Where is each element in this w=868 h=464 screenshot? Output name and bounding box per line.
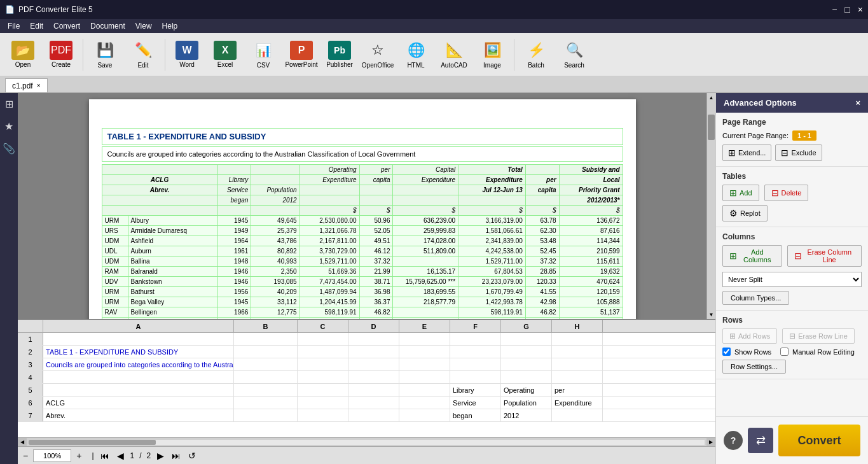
menu-file[interactable]: File: [3, 20, 25, 32]
maximize-button[interactable]: □: [844, 4, 850, 15]
convert-icon-btn[interactable]: ⇄: [748, 428, 773, 453]
menu-help[interactable]: Help: [157, 20, 183, 32]
ss-cell-E2[interactable]: [399, 346, 450, 358]
ss-cell-B1[interactable]: [234, 333, 298, 345]
ss-cell-B3[interactable]: [234, 358, 298, 370]
ss-cell-F2[interactable]: [450, 346, 501, 358]
add-columns-button[interactable]: ⊞ Add Columns: [722, 245, 782, 267]
nav-prev-button[interactable]: ◀: [116, 451, 125, 461]
document-tab[interactable]: c1.pdf ×: [5, 78, 48, 92]
scroll-right-arrow[interactable]: ▶: [706, 438, 715, 447]
manual-row-editing-label[interactable]: Manual Row Editing: [792, 348, 855, 356]
ss-cell-B5[interactable]: [234, 384, 298, 396]
ss-cell-E1[interactable]: [399, 333, 450, 345]
ss-cell-C3[interactable]: [298, 358, 348, 370]
scroll-down-arrow[interactable]: ▼: [707, 310, 715, 319]
ss-cell-A4[interactable]: [43, 371, 234, 383]
ss-cell-G7[interactable]: 2012: [501, 409, 552, 421]
ss-col-C[interactable]: C: [298, 320, 348, 332]
ss-cell-G2[interactable]: [501, 346, 552, 358]
zoom-decrease-button[interactable]: −: [23, 451, 28, 461]
ss-cell-A5[interactable]: [43, 384, 234, 396]
ss-cell-C6[interactable]: [298, 397, 348, 409]
menu-edit[interactable]: Edit: [25, 20, 48, 32]
menu-convert[interactable]: Convert: [48, 20, 85, 32]
vertical-scrollbar[interactable]: ▲ ▼: [706, 93, 715, 319]
ss-cell-F7[interactable]: began: [450, 409, 501, 421]
exclude-button[interactable]: ⊟ Exclude: [775, 144, 822, 161]
ss-cell-A7[interactable]: Abrev.: [43, 409, 234, 421]
ss-cell-H2[interactable]: [552, 346, 603, 358]
scroll-thumb[interactable]: [708, 115, 715, 140]
ss-cell-H3[interactable]: [552, 358, 603, 370]
ss-cell-H4[interactable]: [552, 371, 603, 383]
zoom-increase-button[interactable]: +: [76, 451, 81, 461]
ss-cell-G5[interactable]: Operating: [501, 384, 552, 396]
ss-cell-D4[interactable]: [348, 371, 399, 383]
ss-cell-F4[interactable]: [450, 371, 501, 383]
nav-last-button[interactable]: ⏭: [170, 451, 182, 461]
zoom-input[interactable]: [33, 449, 71, 462]
extend-button[interactable]: ⊞ Extend...: [722, 144, 771, 161]
ss-cell-D5[interactable]: [348, 384, 399, 396]
word-button[interactable]: W Word: [169, 36, 205, 73]
ss-col-D[interactable]: D: [348, 320, 399, 332]
sidebar-star-icon[interactable]: ★: [4, 120, 13, 132]
ss-cell-B2[interactable]: [234, 346, 298, 358]
ss-cell-C7[interactable]: [298, 409, 348, 421]
open-button[interactable]: 📂 Open: [5, 36, 41, 73]
sidebar-clip-icon[interactable]: 📎: [3, 143, 15, 155]
row-settings-button[interactable]: Row Settings...: [722, 360, 786, 374]
ss-cell-G3[interactable]: [501, 358, 552, 370]
edit-button[interactable]: ✏️ Edit: [125, 36, 161, 73]
ss-cell-H5[interactable]: per: [552, 384, 603, 396]
horizontal-scrollbar[interactable]: ◀ ▶: [18, 437, 715, 446]
sidebar-grid-icon[interactable]: ⊞: [5, 98, 13, 110]
ss-cell-D7[interactable]: [348, 409, 399, 421]
menu-document[interactable]: Document: [85, 20, 130, 32]
ss-col-H[interactable]: H: [552, 320, 603, 332]
ss-cell-D1[interactable]: [348, 333, 399, 345]
refresh-button[interactable]: ↺: [187, 451, 197, 461]
delete-table-button[interactable]: ⊟ Delete: [764, 185, 809, 201]
convert-button[interactable]: Convert: [778, 425, 860, 456]
save-button[interactable]: 💾 Save: [87, 36, 123, 73]
ss-cell-E5[interactable]: [399, 384, 450, 396]
ss-col-A[interactable]: A: [43, 320, 234, 332]
ss-cell-B4[interactable]: [234, 371, 298, 383]
right-panel-close[interactable]: ×: [855, 98, 860, 108]
ss-cell-C5[interactable]: [298, 384, 348, 396]
help-button[interactable]: ?: [724, 431, 743, 450]
create-button[interactable]: PDF Create: [43, 36, 79, 73]
scroll-up-arrow[interactable]: ▲: [707, 93, 715, 102]
ss-cell-A6[interactable]: ACLG: [43, 397, 234, 409]
csv-button[interactable]: 📊 CSV: [245, 36, 281, 73]
manual-row-editing-checkbox[interactable]: [780, 348, 789, 356]
ss-cell-C2[interactable]: [298, 346, 348, 358]
erase-column-line-button[interactable]: ⊟ Erase Column Line: [787, 245, 862, 267]
ss-cell-F5[interactable]: Library: [450, 384, 501, 396]
ss-cell-B6[interactable]: [234, 397, 298, 409]
show-rows-checkbox[interactable]: [722, 348, 731, 356]
html-button[interactable]: 🌐 HTML: [398, 36, 434, 73]
hscroll-thumb[interactable]: [29, 440, 156, 445]
ss-cell-D6[interactable]: [348, 397, 399, 409]
batch-button[interactable]: ⚡ Batch: [518, 36, 554, 73]
ss-cell-F6[interactable]: Service: [450, 397, 501, 409]
ss-cell-C1[interactable]: [298, 333, 348, 345]
show-rows-label[interactable]: Show Rows: [734, 348, 771, 356]
add-table-button[interactable]: ⊞ Add: [722, 185, 759, 201]
excel-button[interactable]: X Excel: [207, 36, 243, 73]
ss-cell-A2[interactable]: TABLE 1 - EXPENDITURE AND SUBSIDY: [43, 346, 234, 358]
ss-cell-E7[interactable]: [399, 409, 450, 421]
ss-col-B[interactable]: B: [234, 320, 298, 332]
ss-col-E[interactable]: E: [399, 320, 450, 332]
scroll-left-arrow[interactable]: ◀: [18, 438, 27, 447]
menu-view[interactable]: View: [130, 20, 157, 32]
ss-col-F[interactable]: F: [450, 320, 501, 332]
openoffice-button[interactable]: ☆ OpenOffice: [360, 36, 396, 73]
search-button[interactable]: 🔍 Search: [556, 36, 592, 73]
ss-cell-F1[interactable]: [450, 333, 501, 345]
tab-close-button[interactable]: ×: [37, 82, 41, 89]
ss-cell-F3[interactable]: [450, 358, 501, 370]
